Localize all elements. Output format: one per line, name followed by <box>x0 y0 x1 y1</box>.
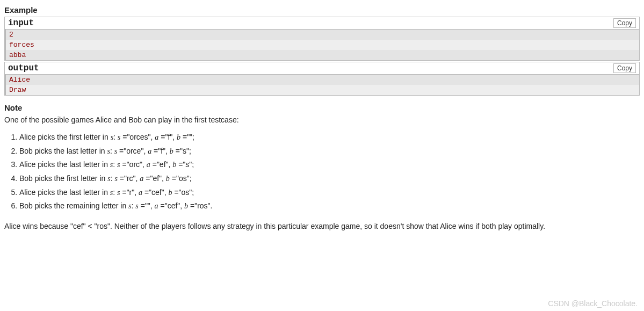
input-line: forces <box>6 40 639 50</box>
note-step: Bob picks the first letter in s: s ="rc"… <box>19 173 640 185</box>
var-a: a <box>155 133 158 141</box>
output-label: output <box>8 63 39 73</box>
output-line: Draw <box>6 85 639 95</box>
copy-input-button[interactable]: Copy <box>613 18 636 28</box>
input-label: input <box>8 18 34 28</box>
var-b: b <box>177 133 180 141</box>
output-header: output Copy <box>5 62 639 75</box>
note-step: Alice picks the last letter in s: s ="or… <box>19 159 640 171</box>
note-step: Bob picks the last letter in s: s ="orce… <box>19 146 640 157</box>
note-intro: One of the possible games Alice and Bob … <box>4 115 640 124</box>
input-block: input Copy 2 forces abba <box>4 17 640 61</box>
input-line: abba <box>6 50 639 60</box>
input-header: input Copy <box>5 17 639 30</box>
note-outro: Alice wins because "cef" < "ros". Neithe… <box>4 221 640 232</box>
copy-output-button[interactable]: Copy <box>613 63 636 73</box>
input-body: 2 forces abba <box>5 30 639 60</box>
output-line: Alice <box>6 75 639 85</box>
input-line: 2 <box>6 30 639 40</box>
output-body: Alice Draw <box>5 75 639 95</box>
var-s: s <box>111 133 113 141</box>
output-block: output Copy Alice Draw <box>4 62 640 96</box>
note-steps-list: Alice picks the first letter in s: s ="o… <box>19 132 640 212</box>
note-step: Alice picks the last letter in s: s ="r"… <box>19 187 640 199</box>
note-step: Bob picks the remaining letter in s: s =… <box>19 200 640 212</box>
example-heading: Example <box>4 5 640 15</box>
note-heading: Note <box>4 103 640 112</box>
note-step: Alice picks the first letter in s: s ="o… <box>19 132 640 143</box>
